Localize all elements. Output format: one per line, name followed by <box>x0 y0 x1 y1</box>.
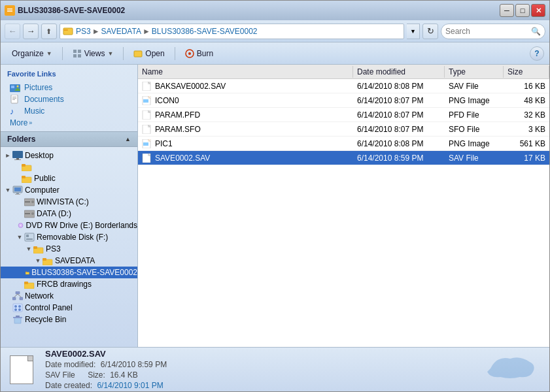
tree-expand-savedata[interactable]: ▼ <box>33 257 43 264</box>
col-header-name[interactable]: Name <box>138 66 353 78</box>
music-label: Music <box>24 106 44 116</box>
more-chevron-icon: » <box>29 120 32 126</box>
file-name-paramsfo: PARAM.SFO <box>155 125 201 134</box>
tree-item-recycle[interactable]: Recycle Bin <box>1 314 137 325</box>
sidebar-item-pictures[interactable]: Pictures <box>7 82 131 93</box>
file-row-param-sfo[interactable]: PARAM.SFO 6/14/2010 8:07 PM SFO File 3 K… <box>138 122 549 137</box>
tree-item-data[interactable]: DATA (D:) <box>1 208 137 220</box>
file-row-param-pfd[interactable]: PARAM.PFD 6/14/2010 8:07 PM PFD File 32 … <box>138 108 549 122</box>
svg-rect-83 <box>143 142 148 146</box>
svg-rect-51 <box>26 272 29 274</box>
file-date-paramsfo: 6/14/2010 8:07 PM <box>353 123 445 135</box>
back-button[interactable]: ← <box>5 24 20 39</box>
size-value: 16.4 KB <box>110 370 138 380</box>
tree-area[interactable]: ► Desktop Public <box>1 147 137 347</box>
col-header-size[interactable]: Size <box>504 66 549 78</box>
views-button[interactable]: Views ▼ <box>67 45 120 62</box>
minimize-button[interactable]: ─ <box>500 4 514 17</box>
tree-item-computer[interactable]: ▼ Computer <box>1 184 137 196</box>
maximize-button[interactable]: □ <box>515 4 530 17</box>
up-button[interactable]: ⬆ <box>41 24 57 39</box>
refresh-button[interactable]: ↻ <box>422 24 438 39</box>
file-size-paramsfo: 3 KB <box>504 123 549 135</box>
col-header-date[interactable]: Date modified <box>353 66 445 78</box>
tree-expand-desktop[interactable]: ► <box>3 152 12 159</box>
status-info: SAVE0002.SAV Date modified: 6/14/2010 8:… <box>45 349 167 390</box>
svg-rect-33 <box>15 194 20 195</box>
file-row-save0002[interactable]: SAVE0002.SAV 6/14/2010 8:59 PM SAV File … <box>138 151 549 165</box>
status-date-modified: Date modified: 6/14/2010 8:59 PM <box>45 360 167 369</box>
file-cell-name-save0002: SAVE0002.SAV <box>138 152 353 164</box>
tree-item-savedata[interactable]: ▼ SAVEDATA <box>1 255 137 267</box>
folders-header[interactable]: Folders ▲ <box>1 131 137 147</box>
search-icon: 🔍 <box>531 27 541 36</box>
tree-item-desktop-sub1[interactable] <box>1 161 137 172</box>
windows-logo-decoration <box>484 352 536 385</box>
more-label: More <box>10 118 27 127</box>
more-link[interactable]: More » <box>7 117 131 129</box>
pictures-icon <box>10 83 20 92</box>
tree-item-public[interactable]: Public <box>1 172 137 184</box>
tree-item-blus30386[interactable]: BLUS30386-SAVE-SAVE0002 <box>1 267 137 278</box>
breadcrumb-current[interactable]: BLUS30386-SAVE-SAVE0002 <box>152 27 258 36</box>
date-created-label: Date created: <box>45 381 92 390</box>
tree-label-cp: Control Panel <box>25 303 73 312</box>
svg-rect-9 <box>73 54 77 57</box>
date-modified-value: 6/14/2010 8:59 PM <box>101 360 167 369</box>
file-list-header: Name Date modified Type Size <box>138 65 549 79</box>
tree-item-winvista[interactable]: WINVISTA (C:) <box>1 196 137 208</box>
documents-label: Documents <box>24 95 64 104</box>
svg-rect-54 <box>16 291 20 294</box>
tree-item-dvd[interactable]: DVD RW Drive (E:) Borderlands <box>1 220 137 231</box>
tree-item-desktop[interactable]: ► Desktop <box>1 150 137 161</box>
col-header-type[interactable]: Type <box>445 66 504 78</box>
close-button[interactable]: ✕ <box>531 4 545 17</box>
tree-expand-removable[interactable]: ▼ <box>15 234 24 240</box>
address-dropdown-button[interactable]: ▼ <box>407 24 420 39</box>
sidebar-item-documents[interactable]: Documents <box>7 93 131 105</box>
address-breadcrumb[interactable]: PS3 ► SAVEDATA ► BLUS30386-SAVE-SAVE0002 <box>60 24 404 39</box>
breadcrumb-savedata[interactable]: SAVEDATA <box>101 27 141 36</box>
tree-item-controlpanel[interactable]: Control Panel <box>1 302 137 314</box>
file-date-icon0: 6/14/2010 8:07 PM <box>353 95 445 106</box>
file-name-pic1: PIC1 <box>155 139 173 148</box>
svg-rect-8 <box>78 50 81 53</box>
forward-button[interactable]: → <box>23 24 39 39</box>
file-list[interactable]: BAKSAVE0002.SAV 6/14/2010 8:08 PM SAV Fi… <box>138 79 549 347</box>
tree-item-frcb[interactable]: FRCB drawings <box>1 278 137 290</box>
file-row-pic1[interactable]: PIC1 6/14/2010 8:08 PM PNG Image 561 KB <box>138 137 549 151</box>
size-label: Size: <box>88 370 105 380</box>
tree-item-ps3[interactable]: ▼ PS3 <box>1 243 137 255</box>
file-type-pic1: PNG Image <box>445 138 504 150</box>
svg-rect-36 <box>25 201 30 203</box>
search-input[interactable] <box>445 27 528 36</box>
tree-item-network[interactable]: Network <box>1 290 137 302</box>
open-icon <box>133 49 143 58</box>
burn-button[interactable]: Burn <box>179 45 219 62</box>
file-row-baksave[interactable]: BAKSAVE0002.SAV 6/14/2010 8:08 PM SAV Fi… <box>138 79 549 93</box>
svg-line-57 <box>14 294 18 297</box>
svg-rect-25 <box>14 159 21 160</box>
svg-text:♪: ♪ <box>10 106 14 116</box>
svg-rect-21 <box>12 99 15 100</box>
help-button[interactable]: ? <box>530 46 544 61</box>
file-size-save0002: 17 KB <box>504 152 549 164</box>
file-row-icon0[interactable]: ICON0 6/14/2010 8:07 PM PNG Image 48 KB <box>138 93 549 108</box>
breadcrumb-ps3[interactable]: PS3 <box>76 27 91 36</box>
open-button[interactable]: Open <box>128 45 170 62</box>
documents-icon <box>10 95 20 104</box>
tree-expand-computer[interactable]: ▼ <box>3 187 12 193</box>
tree-item-removable[interactable]: ▼ Removable Disk (F:) <box>1 231 137 243</box>
organize-button[interactable]: Organize ▼ <box>6 45 58 62</box>
views-label: Views <box>84 49 105 58</box>
tree-expand-ps3[interactable]: ▼ <box>24 246 33 252</box>
sav-file-icon-0 <box>142 82 152 91</box>
svg-rect-59 <box>13 304 22 312</box>
file-date-save0002: 6/14/2010 8:59 PM <box>353 152 445 164</box>
sidebar-item-music[interactable]: ♪ Music <box>7 105 131 117</box>
folder-ps3-icon <box>33 245 44 253</box>
toolbar-separator-1 <box>62 47 63 60</box>
file-doc-shape <box>10 355 33 384</box>
address-bar: ← → ⬆ PS3 ► SAVEDATA ► BLUS30386-SAVE-SA… <box>1 20 549 42</box>
file-cell-name-icon0: ICON0 <box>138 95 353 106</box>
